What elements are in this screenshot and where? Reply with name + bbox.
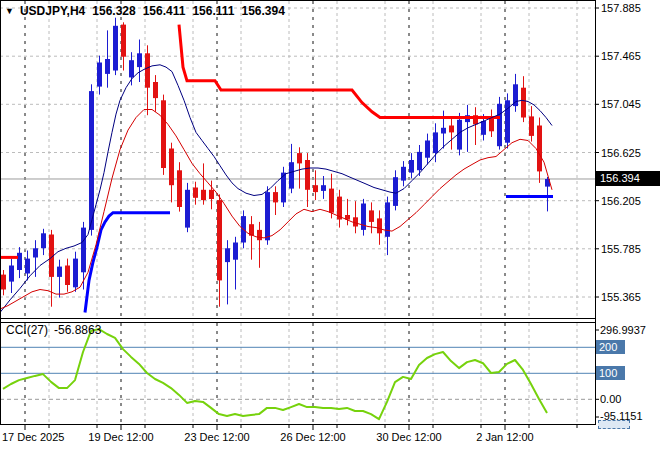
candle-body bbox=[17, 253, 22, 270]
candle-body bbox=[97, 63, 102, 87]
ohlc-open: 156.328 bbox=[92, 4, 135, 18]
candle-body bbox=[257, 230, 262, 240]
candle-body bbox=[273, 192, 278, 202]
candle-body bbox=[105, 59, 110, 74]
chart-canvas[interactable]: 157.885157.465157.045156.625156.205155.7… bbox=[0, 0, 660, 450]
price-tick-label: 155.365 bbox=[601, 291, 641, 303]
candle-body bbox=[521, 88, 526, 118]
candle-body bbox=[385, 202, 390, 236]
resistance-step-line bbox=[179, 25, 500, 118]
candle-body bbox=[417, 152, 422, 170]
candle-body bbox=[433, 132, 438, 153]
candle-body bbox=[481, 121, 486, 135]
ohlc-high: 156.411 bbox=[143, 4, 186, 18]
time-tick-label: 17 Dec 2025 bbox=[2, 431, 64, 443]
cci-level-100-tag: 100 bbox=[596, 366, 625, 380]
candle-body bbox=[25, 259, 30, 274]
candle-body bbox=[393, 177, 398, 206]
candle-body bbox=[305, 160, 310, 190]
ohlc-low: 156.111 bbox=[192, 4, 234, 18]
candle-body bbox=[169, 149, 174, 186]
indicator-value: -56.8863 bbox=[54, 323, 101, 337]
price-tick-label: 156.625 bbox=[601, 147, 641, 159]
candle-body bbox=[193, 188, 198, 198]
cci-axis-zero-label: 0.00 bbox=[600, 393, 621, 405]
candle-body bbox=[161, 100, 166, 168]
support-step-line bbox=[85, 213, 170, 313]
ohlc-close: 156.394 bbox=[241, 4, 284, 18]
candle-body bbox=[209, 190, 214, 199]
candle-body bbox=[41, 233, 46, 248]
current-price-tag: 156.394 bbox=[596, 171, 660, 186]
candle-body bbox=[321, 185, 326, 191]
candle-body bbox=[33, 248, 38, 257]
price-axis: 157.885157.465157.045156.625156.205155.7… bbox=[595, 2, 641, 417]
chart-window: 157.885157.465157.045156.625156.205155.7… bbox=[0, 0, 660, 450]
candle-body bbox=[441, 128, 446, 134]
price-tick-label: 157.885 bbox=[601, 2, 641, 14]
candle-body bbox=[313, 185, 318, 192]
time-tick-label: 2 Jan 12:00 bbox=[476, 431, 534, 443]
candle-body bbox=[497, 104, 502, 146]
candle-body bbox=[537, 126, 542, 172]
time-tick-label: 30 Dec 12:00 bbox=[376, 431, 441, 443]
time-tick-label: 26 Dec 12:00 bbox=[280, 431, 345, 443]
cci-current-value-marker bbox=[598, 420, 630, 429]
indicator-title: CCI(27) -56.8863 bbox=[6, 323, 101, 337]
chart-title: ▼ USDJPY,H4 156.328 156.411 156.111 156.… bbox=[5, 4, 285, 18]
candle-body bbox=[289, 162, 294, 188]
candle-body bbox=[185, 190, 190, 228]
candle-body bbox=[225, 248, 230, 262]
candle-body bbox=[129, 60, 134, 77]
cci-line bbox=[3, 329, 547, 419]
symbol-period-label: USDJPY,H4 bbox=[20, 4, 85, 18]
candle-body bbox=[1, 275, 6, 290]
candles-layer bbox=[1, 18, 550, 307]
candle-body bbox=[529, 116, 534, 135]
candle-body bbox=[377, 218, 382, 233]
chevron-down-icon: ▼ bbox=[5, 6, 14, 16]
candle-body bbox=[217, 200, 222, 280]
candle-body bbox=[57, 267, 62, 277]
price-tick-label: 157.465 bbox=[601, 50, 641, 62]
candle-body bbox=[121, 25, 126, 57]
cci-level-200-tag: 200 bbox=[596, 340, 625, 354]
candle-body bbox=[265, 192, 270, 240]
candle-body bbox=[201, 190, 206, 200]
time-tick-label: 19 Dec 12:00 bbox=[88, 431, 153, 443]
candle-body bbox=[177, 170, 182, 207]
candle-body bbox=[329, 189, 334, 213]
time-axis: 17 Dec 202519 Dec 12:0023 Dec 12:0026 De… bbox=[2, 425, 577, 443]
candle-body bbox=[153, 82, 158, 98]
candle-body bbox=[113, 26, 118, 71]
candle-body bbox=[297, 153, 302, 163]
cci-axis-max-label: 296.9937 bbox=[600, 324, 646, 336]
candle-body bbox=[65, 266, 70, 286]
candle-body bbox=[89, 91, 94, 230]
candle-body bbox=[81, 228, 86, 273]
price-tick-label: 156.205 bbox=[601, 195, 641, 207]
candle-body bbox=[409, 160, 414, 173]
indicator-name: CCI(27) bbox=[6, 323, 48, 337]
candle-body bbox=[9, 266, 14, 282]
candle-body bbox=[425, 141, 430, 158]
price-tick-label: 155.785 bbox=[601, 243, 641, 255]
candle-body bbox=[369, 210, 374, 222]
candle-body bbox=[449, 126, 454, 133]
candle-body bbox=[137, 53, 142, 67]
time-tick-label: 23 Dec 12:00 bbox=[184, 431, 249, 443]
candle-body bbox=[145, 53, 150, 87]
candle-body bbox=[401, 167, 406, 181]
price-tick-label: 157.045 bbox=[601, 98, 641, 110]
candle-body bbox=[233, 243, 238, 260]
candle-body bbox=[73, 259, 78, 288]
